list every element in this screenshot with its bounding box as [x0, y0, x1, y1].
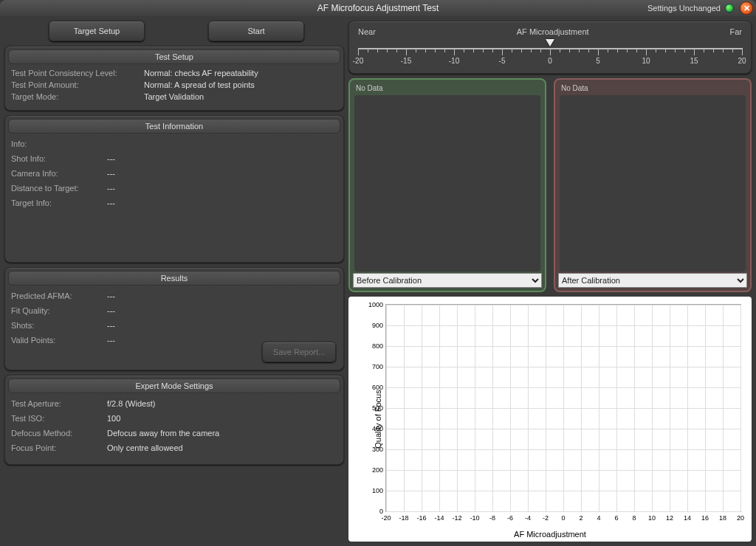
titlebar: AF Microfocus Adjustment Test Settings U… — [0, 0, 756, 16]
expert-mode-panel: Expert Mode Settings Test Aperture:f/2.8… — [4, 375, 344, 465]
slider-tick-label: 15 — [690, 57, 698, 65]
test-setup-panel: Test Setup Test Point Consistency Level:… — [4, 46, 344, 111]
chart-xtick: -16 — [416, 511, 426, 522]
slider-tick-label: -20 — [353, 57, 363, 65]
slider-near-label: Near — [358, 27, 376, 36]
field-value: Target Validation — [144, 92, 204, 101]
app-window: AF Microfocus Adjustment Test Settings U… — [0, 0, 756, 546]
field-label: Info: — [11, 139, 107, 148]
chart-xlabel: AF Microadjustment — [514, 530, 586, 539]
field-row: Info: — [11, 139, 337, 148]
field-label: Camera Info: — [11, 169, 107, 178]
slider-tick-label: 5 — [596, 57, 600, 65]
before-dropdown[interactable]: Before Calibration — [353, 273, 542, 288]
field-value: --- — [107, 321, 115, 330]
field-row: Shots:--- — [11, 321, 337, 330]
field-label: Test Point Amount: — [11, 80, 144, 89]
chart-ytick: 400 — [372, 425, 386, 432]
chart-xtick: -6 — [507, 511, 513, 522]
field-value: --- — [107, 169, 115, 178]
close-button[interactable]: ✕ — [740, 1, 753, 15]
field-value: --- — [107, 336, 115, 345]
field-label: Fit Quality: — [11, 306, 107, 315]
chart-ytick: 600 — [372, 384, 386, 391]
field-row: Distance to Target:--- — [11, 184, 337, 193]
field-label: Focus Point: — [11, 443, 107, 452]
field-row: Predicted AFMA:--- — [11, 291, 337, 300]
slider-center-label: AF Microadjustment — [376, 27, 730, 36]
window-title: AF Microfocus Adjustment Test — [0, 3, 756, 13]
slider-tick-label: 20 — [738, 57, 746, 65]
field-value: f/2.8 (Widest) — [107, 399, 155, 408]
focus-chart: Quality of Focus AF Microadjustment -20-… — [348, 297, 752, 542]
field-row: Shot Info:--- — [11, 154, 337, 163]
chart-xtick: 12 — [666, 511, 673, 522]
field-label: Target Mode: — [11, 92, 144, 101]
field-value: Only centre alloweed — [107, 443, 183, 452]
chart-xtick: 0 — [561, 511, 565, 522]
field-row: Test Point Amount:Normal: A spread of te… — [11, 80, 337, 89]
status-text: Settings Unchanged — [647, 4, 721, 13]
after-preview-canvas — [560, 95, 746, 272]
chart-ytick: 300 — [372, 446, 386, 453]
field-value: --- — [107, 291, 115, 300]
slider-tick-label: 0 — [548, 57, 552, 65]
field-row: Defocus Method:Defocus away from the cam… — [11, 429, 337, 438]
slider-tick-label: 10 — [642, 57, 650, 65]
field-label: Shots: — [11, 321, 107, 330]
field-row: Target Mode:Target Validation — [11, 92, 337, 101]
field-value: --- — [107, 154, 115, 163]
field-row: Test ISO:100 — [11, 414, 337, 423]
chart-ytick: 200 — [372, 466, 386, 474]
before-preview-canvas — [354, 95, 540, 272]
field-row: Fit Quality:--- — [11, 306, 337, 315]
results-panel: Results Predicted AFMA:---Fit Quality:--… — [4, 267, 344, 370]
chart-ytick: 1000 — [368, 301, 386, 308]
field-row: Test Aperture:f/2.8 (Widest) — [11, 399, 337, 408]
chart-xtick: -4 — [525, 511, 531, 522]
afma-slider-panel: Near AF Microadjustment Far -20-15-10-50… — [348, 21, 752, 74]
panel-title: Expert Mode Settings — [8, 379, 340, 393]
field-label: Test Point Consistency Level: — [11, 69, 144, 77]
field-label: Defocus Method: — [11, 429, 107, 438]
chart-ytick: 900 — [372, 322, 386, 329]
afma-slider[interactable]: -20-15-10-505101520 — [358, 41, 742, 66]
after-status: No Data — [558, 83, 747, 94]
panel-title: Test Setup — [8, 49, 340, 64]
chart-xtick: 2 — [579, 511, 583, 522]
field-row: Focus Point:Only centre alloweed — [11, 443, 337, 452]
before-preview-panel: No Data Before Calibration — [348, 78, 546, 292]
chart-xtick: -10 — [470, 511, 479, 522]
slider-thumb[interactable] — [546, 39, 554, 46]
after-dropdown[interactable]: After Calibration — [558, 273, 747, 288]
slider-tick-label: -15 — [401, 57, 411, 65]
field-value: --- — [107, 306, 115, 315]
after-preview-panel: No Data After Calibration — [554, 78, 752, 292]
field-label: Distance to Target: — [11, 184, 107, 193]
chart-xtick: 6 — [614, 511, 618, 522]
slider-tick-label: -5 — [499, 57, 506, 65]
chart-ytick: 100 — [372, 487, 386, 494]
field-label: Predicted AFMA: — [11, 291, 107, 300]
chart-xtick: 20 — [737, 511, 744, 522]
chart-ytick: 700 — [372, 363, 386, 370]
slider-tick-label: -10 — [449, 57, 459, 65]
test-information-panel: Test Information Info:Shot Info:---Camer… — [4, 115, 344, 263]
save-report-button[interactable]: Save Report... — [262, 342, 336, 362]
target-setup-button[interactable]: Target Setup — [49, 21, 145, 41]
status-led-icon — [725, 4, 734, 13]
field-label: Test ISO: — [11, 414, 107, 423]
chart-xtick: -18 — [399, 511, 408, 522]
field-value: Normal: checks AF repeatability — [144, 69, 258, 77]
chart-xtick: 16 — [701, 511, 709, 522]
field-row: Camera Info:--- — [11, 169, 337, 178]
chart-ytick: 500 — [372, 404, 386, 412]
chart-xtick: 18 — [719, 511, 726, 522]
chart-ytick: 800 — [372, 342, 386, 350]
field-label: Target Info: — [11, 198, 107, 207]
chart-xtick: -14 — [434, 511, 444, 522]
field-row: Target Info:--- — [11, 198, 337, 207]
chart-xtick: 8 — [632, 511, 636, 522]
field-value: Defocus away from the camera — [107, 429, 219, 438]
start-button[interactable]: Start — [208, 21, 304, 41]
